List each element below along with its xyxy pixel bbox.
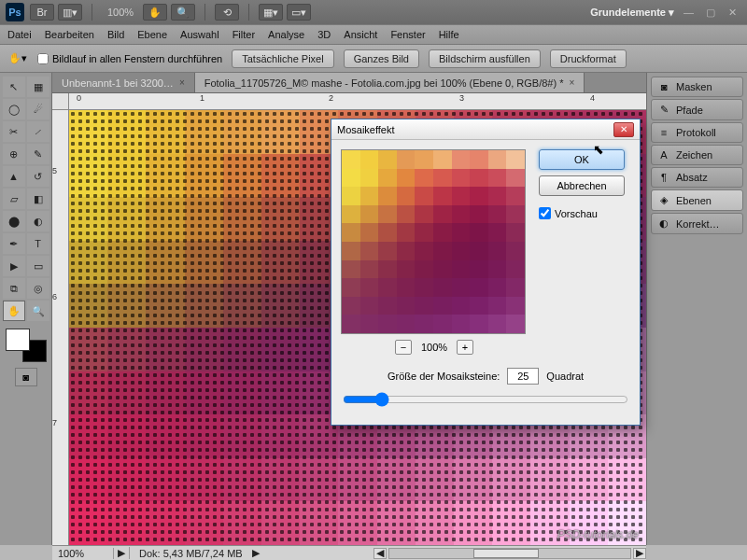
status-doc-menu-icon[interactable]: ▶ <box>252 547 260 559</box>
scroll-all-windows-checkbox[interactable]: Bildlauf in allen Fenstern durchführen <box>37 53 222 64</box>
mb-dropdown-icon[interactable]: ▥▾ <box>58 4 82 21</box>
crop-tool-icon[interactable]: ✂ <box>3 121 25 142</box>
zoom-tool-icon[interactable]: 🔍 <box>27 301 49 321</box>
title-zoom[interactable]: 100% <box>102 7 139 18</box>
minimize-icon[interactable]: — <box>684 7 697 18</box>
fill-screen-button[interactable]: Bildschirm ausfüllen <box>429 49 541 68</box>
panel-paragraph[interactable]: ¶Absatz <box>651 167 743 188</box>
actual-pixels-button[interactable]: Tatsächliche Pixel <box>232 49 333 68</box>
doc-tab-inactive[interactable]: Unbenannt-1 bei 3200… × <box>52 73 195 92</box>
panel-paths[interactable]: ✎Pfade <box>651 99 743 120</box>
hand-tool-btn-icon[interactable]: ✋ <box>3 301 25 321</box>
bridge-icon[interactable]: Br <box>30 4 54 21</box>
workspace-switcher[interactable]: Grundelemente ▾ <box>590 7 674 19</box>
path-select-tool-icon[interactable]: ▶ <box>3 256 25 276</box>
wand-tool-icon[interactable]: ☄ <box>27 99 49 119</box>
panel-layers[interactable]: ◈Ebenen <box>651 189 743 211</box>
close-tab-icon[interactable]: × <box>569 77 574 88</box>
3d-tool-icon[interactable]: ⧉ <box>3 278 25 299</box>
arrange-docs-icon[interactable]: ▦▾ <box>259 4 283 21</box>
history-brush-tool-icon[interactable]: ↺ <box>27 166 49 187</box>
cell-size-input[interactable] <box>507 368 539 385</box>
preview-checkbox-input[interactable] <box>539 207 551 219</box>
panel-corrections[interactable]: ◐Korrekt… <box>651 213 743 234</box>
scroll-track[interactable] <box>388 548 631 559</box>
menu-fenster[interactable]: Fenster <box>390 29 425 40</box>
type-tool-icon[interactable]: T <box>27 233 49 254</box>
stamp-tool-icon[interactable]: ▲ <box>3 166 25 187</box>
right-panels-rail: ◙Masken ✎Pfade ≡Protokoll AZeichen ¶Absa… <box>646 73 747 545</box>
menu-bild[interactable]: Bild <box>107 29 124 40</box>
brush-tool-icon[interactable]: ✎ <box>27 144 49 164</box>
gradient-tool-icon[interactable]: ◧ <box>27 189 49 209</box>
doc-tab-active-label: Fotolia_11705726_M© mashe - Fotolia.com.… <box>204 77 564 89</box>
zoom-icon[interactable]: 🔍 <box>171 4 195 21</box>
view-rotate-icon[interactable]: ⟲ <box>215 4 239 21</box>
preview-checkbox-label: Vorschau <box>555 208 598 219</box>
preview-zoom-label: 100% <box>421 342 447 353</box>
quick-mask-icon[interactable]: ◙ <box>15 368 37 386</box>
filter-preview[interactable] <box>341 149 526 334</box>
app-titlebar: Ps Br ▥▾ 100% ✋ 🔍 ⟲ ▦▾ ▭▾ Grundelemente … <box>0 0 747 24</box>
ruler-vertical[interactable]: 5 6 7 8 <box>52 110 69 545</box>
fit-screen-button[interactable]: Ganzes Bild <box>344 49 419 68</box>
ok-button[interactable]: OK <box>539 149 625 170</box>
scroll-left-icon[interactable]: ◀ <box>374 548 387 559</box>
print-size-button[interactable]: Druckformat <box>550 49 627 68</box>
panel-character[interactable]: AZeichen <box>651 145 743 165</box>
zoom-out-icon[interactable]: − <box>395 340 412 355</box>
menu-analyse[interactable]: Analyse <box>268 29 304 40</box>
ruler-horizontal[interactable]: 0 1 2 3 4 <box>69 93 646 110</box>
menu-bearbeiten[interactable]: Bearbeiten <box>45 29 94 40</box>
paths-icon: ✎ <box>657 104 670 116</box>
h-scrollbar[interactable]: ◀ ▶ <box>374 548 646 559</box>
dodge-tool-icon[interactable]: ◐ <box>27 211 49 231</box>
marquee-tool-icon[interactable]: ▦ <box>27 77 49 97</box>
lasso-tool-icon[interactable]: ◯ <box>3 99 25 119</box>
ruler-origin[interactable] <box>52 93 69 110</box>
options-bar: ✋▾ Bildlauf in allen Fenstern durchführe… <box>0 45 747 73</box>
scroll-all-checkbox-input[interactable] <box>37 53 49 64</box>
status-doc-size[interactable]: Dok: 5,43 MB/7,24 MB <box>130 548 252 559</box>
doc-tab-active[interactable]: Fotolia_11705726_M© mashe - Fotolia.com.… <box>195 73 585 92</box>
shape-tool-icon[interactable]: ▭ <box>27 256 49 276</box>
scroll-thumb[interactable] <box>473 549 539 558</box>
close-tab-icon[interactable]: × <box>179 77 185 88</box>
dialog-close-icon[interactable]: ✕ <box>613 122 634 137</box>
hand-tool-icon[interactable]: ✋▾ <box>7 50 28 67</box>
tools-panel: ↖ ▦ ◯ ☄ ✂ ⟋ ⊕ ✎ ▲ ↺ ▱ ◧ ⬤ ◐ ✒ T ▶ ▭ ⧉ ◎ … <box>0 73 52 545</box>
menu-ansicht[interactable]: Ansicht <box>344 29 377 40</box>
scroll-right-icon[interactable]: ▶ <box>633 548 646 559</box>
blur-tool-icon[interactable]: ⬤ <box>3 211 25 231</box>
restore-icon[interactable]: ▢ <box>706 7 719 18</box>
status-doc-arrow-icon[interactable]: ▶ <box>114 547 130 559</box>
close-app-icon[interactable]: ✕ <box>728 7 741 18</box>
cancel-button[interactable]: Abbrechen <box>539 175 625 196</box>
ps-logo-icon: Ps <box>6 3 24 21</box>
dialog-titlebar[interactable]: Mosaikeffekt ✕ <box>331 119 640 140</box>
watermark: PSD-tutorials.de <box>557 528 639 541</box>
cell-size-slider[interactable] <box>343 392 628 407</box>
zoom-in-icon[interactable]: + <box>457 340 473 355</box>
color-swatch[interactable] <box>6 329 47 362</box>
menu-3d[interactable]: 3D <box>317 29 331 40</box>
move-tool-icon[interactable]: ↖ <box>3 77 25 97</box>
screen-mode-icon[interactable]: ▭▾ <box>287 4 311 21</box>
panel-history[interactable]: ≡Protokoll <box>651 122 743 143</box>
menu-filter[interactable]: Filter <box>233 29 255 40</box>
eyedropper-tool-icon[interactable]: ⟋ <box>27 121 49 142</box>
pen-tool-icon[interactable]: ✒ <box>3 233 25 254</box>
menu-hilfe[interactable]: Hilfe <box>439 29 459 40</box>
corrections-icon: ◐ <box>657 217 670 230</box>
hand-icon[interactable]: ✋ <box>143 4 167 21</box>
status-zoom[interactable]: 100% <box>52 548 114 559</box>
menu-datei[interactable]: Datei <box>7 29 32 40</box>
preview-checkbox[interactable]: Vorschau <box>539 207 625 219</box>
fg-swatch[interactable] <box>6 329 30 351</box>
healing-tool-icon[interactable]: ⊕ <box>3 144 25 164</box>
eraser-tool-icon[interactable]: ▱ <box>3 189 25 209</box>
3d-camera-tool-icon[interactable]: ◎ <box>27 278 49 299</box>
menu-auswahl[interactable]: Auswahl <box>180 29 219 40</box>
panel-masks[interactable]: ◙Masken <box>651 77 743 97</box>
menu-ebene[interactable]: Ebene <box>137 29 167 40</box>
